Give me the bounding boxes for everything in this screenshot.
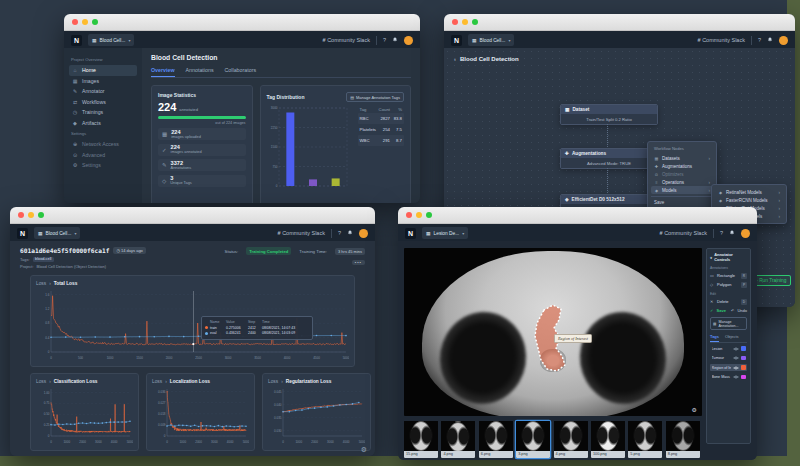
manage-annotation-tags-button[interactable]: ▤ Manage Annotation Tags (346, 92, 404, 102)
tab-objects[interactable]: Objects (725, 334, 739, 342)
avatar[interactable] (741, 229, 750, 238)
optimizer-icon: ⊙ (654, 172, 659, 177)
menu-item-optimizers[interactable]: ⊙Optimizers (651, 170, 713, 178)
chevron-right-icon: › (779, 190, 781, 195)
tag-row-tumour[interactable]: Tumour (710, 355, 747, 362)
avatar[interactable] (359, 229, 368, 238)
regularization-loss-chart[interactable]: 0.0450.0400.0350.03001000200030004000500… (268, 386, 365, 444)
sidebar-item-artifacts[interactable]: ◆Artifacts (69, 118, 137, 129)
maximize-icon[interactable] (472, 19, 478, 25)
color-swatch[interactable] (741, 365, 746, 370)
svg-text:4000: 4000 (111, 440, 118, 444)
sidebar-item-settings[interactable]: ⚙Settings (69, 160, 137, 171)
thumbnail[interactable]: 5.png (628, 421, 662, 458)
community-slack-link[interactable]: # Community Slack (278, 230, 325, 236)
community-slack-link[interactable]: # Community Slack (660, 230, 707, 236)
ct-image-viewport[interactable]: Region of Interest ⚙ (404, 248, 702, 416)
eye-icon[interactable] (733, 375, 739, 379)
menu-item-save[interactable]: Save (651, 196, 713, 206)
classification-loss-chart[interactable]: 1.000.750.500.250010002000300040005000 (36, 386, 133, 444)
ct-thumb-image (404, 421, 438, 451)
minimize-icon[interactable] (28, 212, 34, 218)
tool-delete[interactable]: ✕ Delete D (710, 298, 747, 305)
minimize-icon[interactable] (82, 19, 88, 25)
chart-settings-gear-icon[interactable]: ⚙ (361, 446, 367, 454)
save-button[interactable]: Save (717, 308, 726, 313)
eye-icon[interactable] (733, 356, 739, 360)
thumbnail[interactable]: 100.png (591, 421, 625, 458)
close-icon[interactable] (452, 19, 458, 25)
tag-row-bone-mass[interactable]: Bone Mass (710, 374, 747, 381)
thumbnail[interactable]: 6.png (479, 421, 513, 458)
close-icon[interactable] (406, 212, 412, 218)
maximize-icon[interactable] (426, 212, 432, 218)
home-icon: ⌂ (72, 67, 78, 73)
color-swatch[interactable] (741, 375, 746, 380)
tab-overview[interactable]: Overview (151, 67, 175, 77)
tool-rectangle[interactable]: ▭ Rectangle R (710, 272, 747, 279)
help-icon[interactable]: ? (338, 230, 341, 236)
sidebar-item-trainings[interactable]: ◷Trainings (69, 107, 137, 118)
submenu-item-fasterrcnn[interactable]: ◆FasterRCNN Models› (715, 196, 783, 204)
notifications-bell-icon[interactable] (729, 230, 735, 237)
tab-annotations[interactable]: Annotations (186, 67, 214, 77)
undo-button[interactable]: Undo (737, 308, 747, 313)
breadcrumb[interactable]: ‹ Blood Cell Detection (454, 56, 519, 62)
avatar[interactable] (404, 36, 413, 45)
tab-collaborators[interactable]: Collaborators (225, 67, 257, 77)
submenu-item-retinanet[interactable]: ◆RetinaNet Models› (715, 188, 783, 196)
community-slack-link[interactable]: # Community Slack (323, 37, 370, 43)
menu-item-datasets[interactable]: ▦Datasets› (651, 154, 713, 162)
notifications-bell-icon[interactable] (392, 37, 398, 44)
sidebar-item-advanced[interactable]: ⊙Advanced (69, 150, 137, 161)
node-dataset[interactable]: ▦Dataset Train/Test Split 0.2 Ratio (560, 104, 658, 125)
project-selector[interactable]: ▦ Blood Cell... ▾ (34, 227, 80, 239)
help-icon[interactable]: ? (758, 37, 761, 43)
maximize-icon[interactable] (38, 212, 44, 218)
menu-item-models[interactable]: ◆Models› (651, 186, 713, 194)
eye-icon[interactable] (733, 347, 739, 351)
manage-annotation-button[interactable]: ▤ Manage Annotation... (710, 317, 747, 330)
thumbnail[interactable]: 15.png (404, 421, 438, 458)
thumbnail[interactable]: 4.png (441, 421, 475, 458)
svg-text:0.018: 0.018 (158, 412, 166, 416)
tab-tags[interactable]: Tags (710, 334, 719, 342)
node-augmentations[interactable]: ✚Augmentations Advanced Mode: TRUE (560, 148, 658, 169)
tool-polygon[interactable]: ◇ Polygon P (710, 281, 747, 288)
model-icon: ◆ (718, 190, 723, 195)
localization-loss-chart[interactable]: 0.0360.0270.0180.00900100020003000400050… (152, 386, 249, 444)
color-swatch[interactable] (741, 356, 746, 361)
maximize-icon[interactable] (92, 19, 98, 25)
project-selector[interactable]: ▦ Lesion De... ▾ (422, 227, 468, 239)
community-slack-link[interactable]: # Community Slack (698, 37, 745, 43)
menu-item-operations[interactable]: ≡Operations› (651, 178, 713, 186)
minimize-icon[interactable] (462, 19, 468, 25)
color-swatch[interactable] (741, 346, 746, 351)
target-icon: ⌖ (710, 255, 712, 260)
sidebar-item-home[interactable]: ⌂Home (69, 65, 137, 76)
thumbnail-selected[interactable]: 3.png (516, 421, 550, 458)
notifications-bell-icon[interactable] (767, 37, 773, 44)
sidebar-item-workflows[interactable]: ⇄Workflows (69, 97, 137, 108)
sidebar-item-images[interactable]: ▦Images (69, 76, 137, 87)
minimize-icon[interactable] (416, 212, 422, 218)
project-selector[interactable]: ▦ Blood Cell... ▾ (468, 34, 514, 46)
thumbnail[interactable]: 8.png (666, 421, 700, 458)
tag-row-lesion[interactable]: Lesion (710, 345, 747, 352)
sidebar-item-network-access[interactable]: ⊕Network Access (69, 139, 137, 150)
tag-row-region-of-interest[interactable]: Region of Interest (710, 364, 747, 371)
table-row: Platelets2547.5 (358, 124, 404, 135)
avatar[interactable] (779, 36, 788, 45)
thumbnail[interactable]: 4.png (554, 421, 588, 458)
close-icon[interactable] (72, 19, 78, 25)
help-icon[interactable]: ? (720, 230, 723, 236)
help-icon[interactable]: ? (383, 37, 386, 43)
project-selector[interactable]: ▦ Blood Cell... ▾ (88, 34, 134, 46)
tag-chip[interactable]: blood-cell (33, 257, 54, 262)
sidebar-item-annotator[interactable]: ✎Annotator (69, 86, 137, 97)
notifications-bell-icon[interactable] (347, 230, 353, 237)
close-icon[interactable] (18, 212, 24, 218)
eye-icon[interactable] (733, 366, 739, 370)
more-options-button[interactable]: ••• (352, 260, 365, 265)
menu-item-augmentations[interactable]: ✚Augmentations (651, 162, 713, 170)
